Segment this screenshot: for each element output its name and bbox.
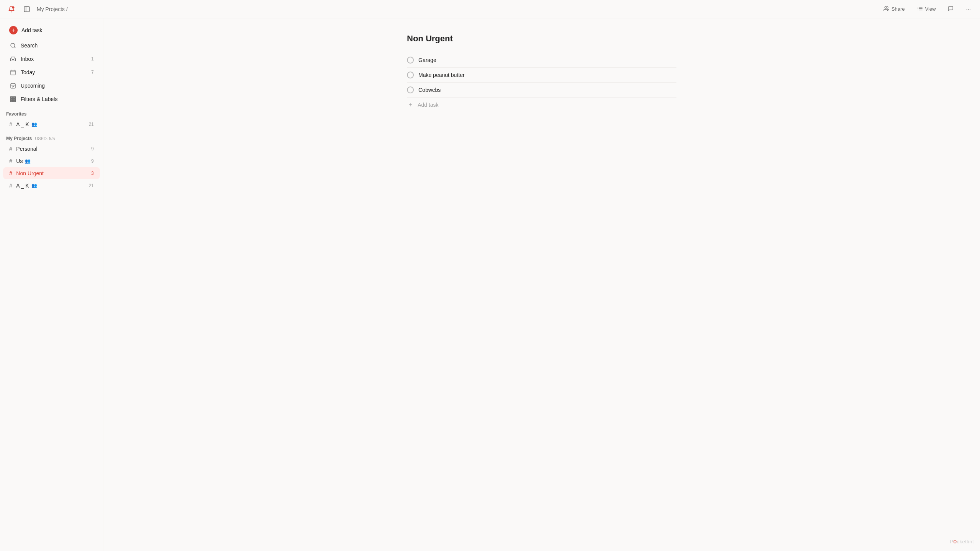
svg-rect-27 — [12, 100, 13, 101]
my-projects-label: My Projects — [6, 136, 32, 141]
hash-icon: # — [9, 158, 12, 164]
sidebar-toggle-icon[interactable] — [21, 4, 32, 15]
sidebar-project-personal[interactable]: # Personal 9 — [3, 143, 100, 155]
svg-rect-24 — [12, 98, 13, 99]
task-list: Garage Make peanut butter Cobwebs + Add … — [407, 53, 676, 112]
sidebar-favorite-ak[interactable]: # A _ K 👥 21 — [3, 118, 100, 130]
task-complete-button[interactable] — [407, 86, 414, 93]
table-row[interactable]: Garage — [407, 53, 676, 68]
topbar-left: My Projects / — [6, 4, 68, 15]
sidebar-item-label: Upcoming — [21, 83, 45, 89]
add-task-inline-label: Add task — [418, 102, 438, 108]
task-name: Make peanut butter — [418, 72, 676, 78]
sidebar-item-label: Inbox — [21, 56, 34, 62]
main-content: Non Urgent Garage Make peanut butter Cob… — [103, 0, 980, 551]
task-name: Garage — [418, 57, 676, 63]
task-name: Cobwebs — [418, 87, 676, 93]
share-label: Share — [892, 6, 905, 12]
sidebar-project-non-urgent[interactable]: # Non Urgent 3 — [3, 167, 100, 179]
inbox-icon — [9, 55, 17, 63]
my-projects-section-header: My Projects USED: 5/5 — [0, 130, 103, 143]
add-task-button[interactable]: + Add task — [3, 23, 100, 37]
favorites-section-header: Favorites — [0, 106, 103, 118]
project-count: 9 — [91, 158, 94, 164]
view-button[interactable]: View — [914, 4, 939, 14]
inbox-count: 1 — [91, 56, 94, 62]
add-task-inline-button[interactable]: + Add task — [407, 98, 676, 112]
topbar: My Projects / Share — [0, 0, 980, 18]
svg-rect-23 — [10, 98, 11, 99]
today-icon — [9, 68, 17, 76]
comment-button[interactable] — [945, 4, 957, 14]
notification-icon[interactable] — [6, 4, 17, 15]
watermark-dot: o — [953, 538, 957, 544]
svg-rect-12 — [11, 70, 15, 75]
project-name-row: Personal — [16, 146, 87, 152]
comment-icon — [948, 6, 954, 13]
plus-icon: + — [407, 101, 414, 108]
sidebar-item-upcoming[interactable]: Upcoming — [3, 79, 100, 92]
project-name: A _ K — [16, 121, 29, 127]
svg-rect-22 — [14, 96, 15, 98]
table-row[interactable]: Make peanut butter — [407, 68, 676, 83]
svg-rect-26 — [10, 100, 11, 101]
svg-point-3 — [885, 6, 887, 8]
project-name-row: Us 👥 — [16, 158, 87, 164]
svg-point-0 — [12, 6, 15, 8]
svg-rect-1 — [24, 7, 29, 12]
upcoming-icon — [9, 82, 17, 90]
svg-rect-28 — [14, 100, 15, 101]
page-title: Non Urgent — [407, 34, 676, 44]
sidebar: + Add task Search Inbox 1 — [0, 0, 103, 551]
project-name: A _ K — [16, 183, 29, 189]
project-count: 21 — [89, 183, 94, 188]
sidebar-item-today[interactable]: Today 7 — [3, 66, 100, 79]
svg-rect-16 — [11, 84, 15, 88]
project-name-row: Non Urgent — [16, 170, 87, 176]
more-icon: ··· — [966, 6, 971, 12]
add-task-label: Add task — [21, 27, 42, 33]
task-complete-button[interactable] — [407, 72, 414, 78]
people-icon: 👥 — [31, 122, 37, 127]
today-count: 7 — [91, 70, 94, 75]
favorites-label: Favorites — [6, 111, 26, 117]
project-name: Personal — [16, 146, 37, 152]
topbar-right: Share View ··· — [880, 4, 974, 14]
sidebar-item-filters[interactable]: Filters & Labels — [3, 93, 100, 106]
hash-icon: # — [9, 182, 12, 189]
sidebar-project-ak[interactable]: # A _ K 👥 21 — [3, 179, 100, 191]
task-complete-button[interactable] — [407, 57, 414, 64]
svg-rect-25 — [14, 98, 15, 99]
svg-line-11 — [14, 47, 15, 48]
svg-rect-21 — [12, 96, 13, 98]
hash-icon: # — [9, 121, 12, 127]
table-row[interactable]: Cobwebs — [407, 83, 676, 98]
breadcrumb: My Projects / — [37, 6, 68, 12]
filters-icon — [9, 95, 17, 103]
project-name-row: A _ K 👥 — [16, 183, 85, 189]
share-icon — [884, 6, 889, 13]
sidebar-item-label: Filters & Labels — [21, 96, 57, 102]
sidebar-item-label: Today — [21, 69, 35, 75]
more-button[interactable]: ··· — [963, 4, 974, 14]
project-count: 9 — [91, 146, 94, 152]
sidebar-project-us[interactable]: # Us 👥 9 — [3, 155, 100, 167]
people-icon: 👥 — [31, 183, 37, 188]
sidebar-item-label: Search — [21, 42, 38, 49]
hash-icon: # — [9, 170, 12, 176]
sidebar-item-search[interactable]: Search — [3, 39, 100, 52]
sidebar-item-inbox[interactable]: Inbox 1 — [3, 52, 100, 65]
project-count: 3 — [91, 171, 94, 176]
project-name: Non Urgent — [16, 170, 44, 176]
share-button[interactable]: Share — [880, 4, 908, 14]
view-icon — [917, 6, 923, 13]
project-name-row: A _ K 👥 — [16, 121, 85, 127]
people-icon: 👥 — [25, 158, 31, 164]
view-label: View — [925, 6, 936, 12]
hash-icon: # — [9, 145, 12, 152]
watermark: Pocketlint — [950, 538, 974, 545]
add-task-circle-icon: + — [9, 26, 18, 34]
project-name: Us — [16, 158, 23, 164]
svg-rect-20 — [10, 96, 11, 98]
search-icon — [9, 42, 17, 49]
